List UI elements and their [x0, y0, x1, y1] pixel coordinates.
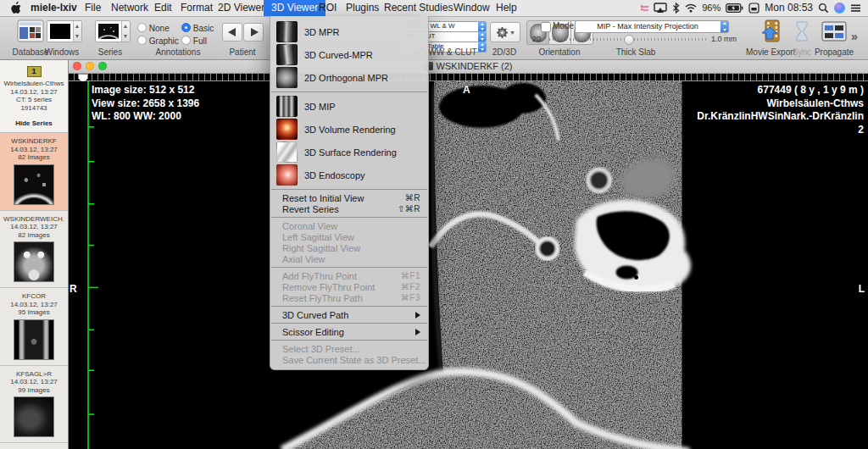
menu-item-scissor-editing[interactable]: Scissor Editing — [270, 326, 428, 337]
clock[interactable]: Mon 08:53 — [765, 0, 813, 16]
menu-help[interactable]: Help — [496, 0, 517, 16]
scanpost-icon[interactable]: ScanPost — [641, 5, 649, 12]
series-selector[interactable] — [95, 20, 131, 42]
windows-selector[interactable] — [47, 20, 82, 42]
thickness-slider-thumb[interactable] — [624, 35, 634, 45]
surface-rendering-thumbnail-icon — [276, 141, 298, 163]
series-item-wskinderweich[interactable]: WSKINDERWEICH. 14.03.12, 13:27 82 Images — [0, 211, 68, 289]
menu-item-select-3d-preset: Select 3D Preset... — [270, 343, 428, 354]
menu-item-3d-mip[interactable]: 3D MIP — [270, 95, 428, 118]
viewer-toolbar: Database Windows Series None Basic Graph… — [0, 16, 868, 60]
curved-mpr-thumbnail-icon — [276, 44, 298, 65]
series-thumbnail[interactable] — [14, 319, 54, 360]
series-name: KFCOR — [0, 292, 68, 301]
slice-position-slider[interactable] — [68, 74, 868, 81]
series-thumbnail[interactable] — [14, 164, 54, 205]
thick-slab-mode-checkbox[interactable] — [541, 22, 551, 32]
wifi-icon[interactable] — [685, 3, 697, 13]
notification-center-icon[interactable] — [850, 3, 861, 13]
menu-format[interactable]: Format — [181, 0, 213, 16]
radio-none-icon[interactable] — [137, 23, 147, 32]
chevron-down-icon: ▾ — [510, 29, 514, 36]
spotlight-icon[interactable] — [818, 3, 829, 14]
menu-recent-studies[interactable]: Recent Studies — [384, 0, 453, 16]
app-menu[interactable]: miele-lxiv — [31, 0, 77, 16]
annotations-graphic[interactable]: Graphic — [137, 36, 179, 46]
menu-plugins[interactable]: Plugins — [346, 0, 379, 16]
menu-item-add-flythru-point: Add FlyThru Point⌘F1 — [270, 270, 428, 281]
slab-slices: 20 — [532, 35, 541, 43]
menu-3d-viewer[interactable]: 3D Viewer — [264, 0, 326, 16]
menu-item-coronal-view: Coronal View — [270, 220, 428, 231]
battery-icon[interactable] — [726, 3, 743, 13]
radio-basic-icon[interactable] — [181, 23, 191, 32]
windows-stepper[interactable] — [73, 21, 81, 42]
siri-icon[interactable] — [834, 3, 845, 14]
thick-slab-mode-label: Mode: — [553, 21, 576, 30]
image-number: 2 — [697, 124, 864, 137]
study-header[interactable]: 1 Wirbelsäulen-Cthws 14.03.12, 13:27 CT:… — [0, 59, 68, 133]
annotations-full[interactable]: Full — [181, 36, 207, 46]
menu-item-3d-mpr[interactable]: 3D MPR — [270, 20, 428, 43]
menu-item-3d-curved-path[interactable]: 3D Curved Path — [270, 309, 428, 320]
window-titlebar[interactable]: WSKINDERKF (2) — [68, 59, 868, 74]
windows-label: Windows — [39, 47, 85, 57]
radio-full-icon[interactable] — [181, 36, 191, 45]
menu-item-remove-flythru-point: Remove FlyThru Point⌘F2 — [270, 281, 428, 292]
annotations-none[interactable]: None — [137, 23, 170, 33]
image-size: Image size: 512 x 512 — [92, 84, 199, 97]
study-badge: 1 — [27, 66, 42, 77]
previous-patient-button[interactable] — [222, 23, 242, 42]
volume-rendering-thumbnail-icon — [276, 119, 298, 140]
thickness-slider[interactable] — [549, 38, 706, 41]
toolbar-overflow-chevron[interactable]: » — [851, 30, 858, 43]
menu-separator — [271, 323, 427, 324]
menu-file[interactable]: File — [85, 0, 101, 16]
menu-item-3d-volume-rendering[interactable]: 3D Volume Rendering — [270, 118, 428, 141]
radio-graphic-icon[interactable] — [137, 36, 147, 45]
projection-select[interactable]: MIP - Max Intensity Projection — [575, 20, 729, 33]
ct-image-view[interactable]: Image size: 512 x 512 View size: 2658 x … — [68, 81, 868, 449]
series-item-kfsagl[interactable]: KFSAGL>R 14.03.12, 13:27 99 Images — [0, 366, 68, 444]
sync-label: Sync — [790, 47, 814, 57]
menu-item-reset-initial-view[interactable]: Reset to Initial View⌘R — [270, 192, 428, 203]
2d3d-group: ▾ 2D/3D — [483, 16, 526, 59]
endoscopy-thumbnail-icon — [276, 164, 298, 186]
bluetooth-icon[interactable] — [672, 3, 680, 14]
menu-item-3d-surface-rendering[interactable]: 3D Surface Rendering — [270, 141, 428, 164]
2d3d-button[interactable]: ▾ — [490, 22, 520, 42]
menu-item-3d-curved-mpr[interactable]: 3D Curved-MPR — [270, 43, 428, 66]
series-thumbnail[interactable] — [14, 241, 54, 282]
series-item-localizers[interactable]: Localizers 14.03.12, 13:26 — [0, 443, 68, 449]
menu-separator — [271, 217, 427, 218]
input-source-icon[interactable] — [748, 3, 760, 14]
projection-stepper-icon[interactable] — [721, 20, 729, 33]
series-item-kfcor[interactable]: KFCOR 14.03.12, 13:27 95 Images — [0, 288, 68, 366]
next-patient-button[interactable] — [243, 23, 264, 42]
menu-window[interactable]: Window — [453, 0, 490, 16]
gear-icon — [496, 26, 509, 39]
movie-export-button[interactable] — [760, 19, 782, 46]
study-name: Wirbelsäulen-Cthws — [1, 80, 67, 88]
menu-edit[interactable]: Edit — [154, 0, 172, 16]
menu-roi[interactable]: ROI — [319, 0, 337, 16]
menu-item-revert-series[interactable]: Revert Series⇧⌘R — [270, 203, 428, 214]
series-group: Series — [88, 16, 132, 59]
series-date: 14.03.12, 13:27 — [0, 146, 68, 154]
annotations-label: Annotations — [134, 47, 222, 57]
series-thumbnail[interactable] — [14, 396, 54, 437]
menu-item-3d-endoscopy[interactable]: 3D Endoscopy — [270, 164, 428, 186]
viewer-window: WSKINDERKF (2) — [68, 59, 868, 449]
menu-item-2d-orthogonal-mpr[interactable]: 2D Orthogonal MPR — [270, 66, 428, 89]
series-name: KFSAGL>R — [0, 370, 68, 379]
propagate-button[interactable] — [821, 21, 847, 45]
series-stepper[interactable] — [121, 21, 130, 42]
annotations-basic[interactable]: Basic — [181, 23, 214, 33]
apple-menu-icon[interactable] — [11, 0, 22, 16]
hide-series-button[interactable]: Hide Series — [1, 119, 67, 127]
orientation-anterior: A — [463, 84, 470, 97]
menu-2d-viewer[interactable]: 2D Viewer — [218, 0, 264, 16]
menu-network[interactable]: Network — [111, 0, 148, 16]
airplay-icon[interactable] — [654, 3, 667, 14]
series-item-wskinderkf[interactable]: WSKINDERKF 14.03.12, 13:27 82 Images — [0, 133, 68, 211]
